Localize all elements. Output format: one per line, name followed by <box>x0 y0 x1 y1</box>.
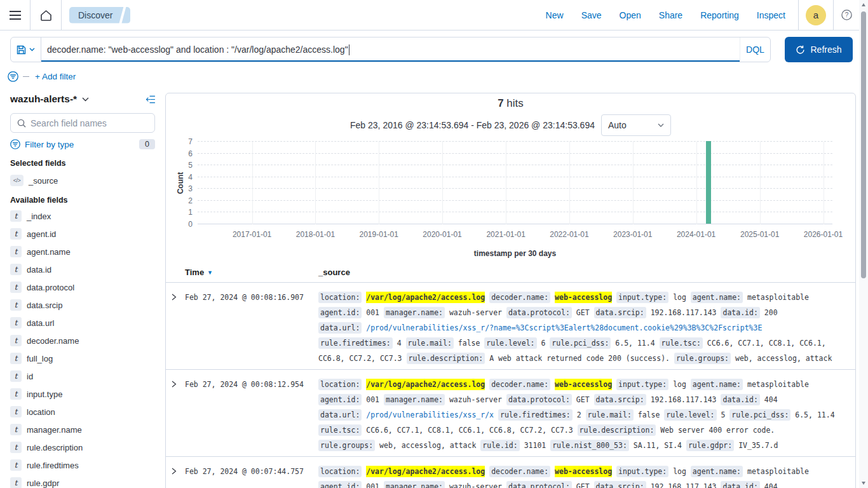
results-panel: 7 hits Feb 23, 2016 @ 23:14:53.694 - Feb… <box>165 93 856 488</box>
field-item-location[interactable]: tlocation <box>10 403 155 421</box>
field-value: 4 <box>397 339 402 348</box>
row-source: location: /var/log/apache2/access.log de… <box>318 464 848 488</box>
string-type-icon: t <box>10 370 22 382</box>
avatar[interactable]: a <box>806 5 826 25</box>
breadcrumb[interactable]: Discover <box>69 7 130 24</box>
document-row: Feb 27, 2024 @ 00:08:12.954location: /va… <box>166 370 855 457</box>
available-fields-heading: Available fields <box>10 196 155 205</box>
field-name: data.srcip <box>27 301 62 310</box>
field-value: 404 <box>764 395 778 404</box>
sort-desc-icon: ▼ <box>207 269 213 276</box>
string-type-icon: t <box>10 335 22 346</box>
field-item-full_log[interactable]: tfull_log <box>10 349 155 367</box>
field-item-id[interactable]: tid <box>10 367 155 385</box>
field-label-badge: rule.gdpr: <box>686 440 734 451</box>
expand-row-button[interactable] <box>171 290 185 366</box>
add-filter-button[interactable]: + Add filter <box>35 72 76 81</box>
scroll-down-arrow[interactable] <box>862 482 865 485</box>
field-value: /var/log/apache2/access.log <box>366 379 485 390</box>
nav-link-save[interactable]: Save <box>581 10 602 20</box>
field-value: metasploitable <box>747 380 809 389</box>
scroll-up-arrow[interactable] <box>862 3 865 6</box>
vertical-scrollbar[interactable] <box>859 0 868 488</box>
column-time[interactable]: Time▼ <box>185 268 318 277</box>
gridline <box>198 200 832 201</box>
field-search-input[interactable]: Search field names <box>10 113 155 133</box>
nav-link-reporting[interactable]: Reporting <box>700 10 739 20</box>
field-item-rule.firedtimes[interactable]: trule.firedtimes <box>10 456 155 474</box>
field-label-badge: manager.name: <box>384 307 445 318</box>
field-item-rule.description[interactable]: trule.description <box>10 438 155 456</box>
home-button[interactable] <box>31 0 62 30</box>
nav-link-open[interactable]: Open <box>620 10 641 20</box>
field-item-data.srcip[interactable]: tdata.srcip <box>10 296 155 314</box>
field-item-_index[interactable]: t_index <box>10 207 155 225</box>
field-value: /var/log/apache2/access.log <box>366 466 485 477</box>
field-item-data.url[interactable]: tdata.url <box>10 314 155 332</box>
query-input[interactable]: decoder.name: "web-accesslog" and locati… <box>41 37 740 62</box>
field-pair: data.id: 200 <box>721 307 777 318</box>
field-label-badge: agent.id: <box>318 307 362 318</box>
scrollbar-thumb[interactable] <box>861 11 866 278</box>
filter-icon <box>10 139 20 149</box>
nav-link-new[interactable]: New <box>546 10 564 20</box>
field-label-badge: data.protocol: <box>506 481 572 488</box>
field-pair: decoder.name: web-accesslog <box>489 292 612 303</box>
field-pair: rule.description: Web server 400 error c… <box>578 424 775 436</box>
field-pair: data.protocol: GET <box>506 481 590 488</box>
header-nav: NewSaveOpenShareReportingInspect <box>537 10 794 20</box>
field-name: _index <box>27 212 51 221</box>
index-pattern-select[interactable]: wazuh-alerts-* <box>10 93 89 105</box>
field-name: decoder.name <box>27 336 79 346</box>
saved-query-button[interactable] <box>11 37 41 62</box>
query-language-button[interactable]: DQL <box>740 37 770 62</box>
field-pair: agent.name: metasploitable <box>691 292 809 303</box>
histogram-chart[interactable]: Count 01234567 <box>198 142 832 224</box>
field-value: GET <box>576 482 590 488</box>
interval-select[interactable]: Auto <box>601 114 671 136</box>
field-item-agent.name[interactable]: tagent.name <box>10 243 155 261</box>
string-type-icon: t <box>10 353 22 364</box>
refresh-button[interactable]: Refresh <box>785 37 853 62</box>
field-value: 192.168.117.143 <box>651 395 717 404</box>
field-pair: manager.name: wazuh-server <box>384 307 502 318</box>
field-label-badge: agent.name: <box>691 292 743 303</box>
histogram-bar[interactable] <box>706 141 711 224</box>
field-item-rule.gdpr[interactable]: trule.gdpr <box>10 474 155 488</box>
string-type-icon: t <box>10 317 22 329</box>
help-button[interactable]: ? <box>834 10 859 20</box>
field-item-source[interactable]: </> _source <box>10 173 155 187</box>
field-label-badge: agent.name: <box>691 466 743 477</box>
field-value-link[interactable]: /prod/vulnerabilities/xss_r/x <box>366 410 494 419</box>
field-item-data.id[interactable]: tdata.id <box>10 261 155 278</box>
nav-link-inspect[interactable]: Inspect <box>757 10 785 20</box>
field-label-badge: rule.pci_dss: <box>729 409 790 421</box>
field-value: metasploitable <box>747 293 809 302</box>
y-tick-label: 4 <box>188 173 193 182</box>
gridline <box>824 142 824 224</box>
field-value: log <box>673 293 686 302</box>
field-label-badge: data.url: <box>318 409 362 421</box>
menu-button[interactable] <box>0 0 31 30</box>
field-item-input.type[interactable]: tinput.type <box>10 385 155 403</box>
expand-row-button[interactable] <box>171 464 185 488</box>
field-value-link[interactable]: /prod/vulnerabilities/xss_r/?name=%3Cscr… <box>366 323 762 332</box>
field-item-data.protocol[interactable]: tdata.protocol <box>10 278 155 296</box>
field-value: false <box>458 339 480 348</box>
field-pair: agent.name: metasploitable <box>691 466 809 477</box>
field-label-badge: data.protocol: <box>506 394 572 405</box>
collapse-sidebar-icon[interactable] <box>146 95 155 104</box>
gridline <box>315 142 316 224</box>
field-value: Web server 400 error code. <box>660 426 775 435</box>
field-item-manager.name[interactable]: tmanager.name <box>10 421 155 438</box>
field-item-decoder.name[interactable]: tdecoder.name <box>10 332 155 349</box>
field-value: wazuh-server <box>449 308 502 317</box>
nav-link-share[interactable]: Share <box>659 10 682 20</box>
filter-by-type-button[interactable]: Filter by type <box>25 140 135 149</box>
field-pair: agent.id: 001 <box>318 394 379 405</box>
field-item-agent.id[interactable]: tagent.id <box>10 225 155 243</box>
string-type-icon: t <box>10 299 22 311</box>
expand-row-button[interactable] <box>171 377 185 453</box>
row-timestamp: Feb 27, 2024 @ 00:07:44.757 <box>185 464 318 488</box>
field-value: 6.5, 11.4 <box>615 339 654 348</box>
